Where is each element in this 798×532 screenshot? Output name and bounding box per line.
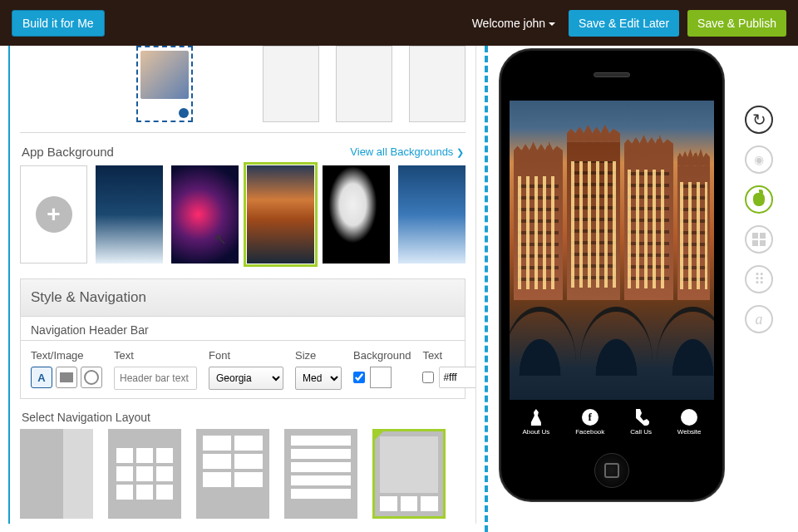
phone-icon xyxy=(633,409,649,426)
size-label: Size xyxy=(295,349,342,362)
blackberry-icon[interactable] xyxy=(745,265,773,293)
size-select[interactable]: Med xyxy=(295,367,342,390)
text-color-label: Text xyxy=(422,349,476,362)
font-select[interactable]: Georgia xyxy=(209,367,283,390)
facebook-icon xyxy=(582,409,598,426)
layout-matrix-2x2[interactable]: Matrix 2*2 xyxy=(196,429,269,524)
info-icon[interactable] xyxy=(179,108,189,118)
background-thumb[interactable] xyxy=(171,165,239,264)
phone-frame: About Us Facebook Call Us Website xyxy=(501,51,722,500)
background-thumb[interactable] xyxy=(323,165,390,264)
text-image-label: Text/Image xyxy=(31,349,102,362)
background-thumbnails: + xyxy=(20,165,466,278)
background-checkbox[interactable] xyxy=(353,372,365,383)
phone-home-button[interactable] xyxy=(594,453,629,488)
layout-list[interactable]: List xyxy=(108,429,181,524)
tab-facebook[interactable]: Facebook xyxy=(575,409,604,436)
text-color-input[interactable] xyxy=(439,367,476,388)
caret-down-icon xyxy=(549,22,555,26)
layout-bottom[interactable]: Bottom xyxy=(20,429,93,524)
plus-icon: + xyxy=(36,196,72,233)
text-toggle-button[interactable]: A xyxy=(31,367,52,388)
carousel-slot-empty[interactable] xyxy=(263,46,319,122)
top-bar: Build it for Me Welcome john Save & Edit… xyxy=(0,0,798,46)
android-icon[interactable] xyxy=(745,145,773,174)
build-it-button[interactable]: Build it for Me xyxy=(12,10,105,37)
tab-call-us[interactable]: Call Us xyxy=(630,409,652,436)
person-icon xyxy=(528,409,544,426)
background-thumb[interactable] xyxy=(96,165,163,264)
layout-slide-out-menu[interactable]: Slide Out Menu xyxy=(372,429,446,524)
carousel-slot-empty[interactable] xyxy=(336,46,392,122)
tab-about-us[interactable]: About Us xyxy=(522,409,549,436)
apple-icon[interactable] xyxy=(745,185,773,214)
style-navigation-heading: Style & Navigation xyxy=(20,278,466,317)
save-publish-button[interactable]: Save & Publish xyxy=(687,10,786,37)
carousel-slot-empty[interactable] xyxy=(409,46,466,122)
carousel-upload-row xyxy=(20,46,466,133)
tab-website[interactable]: Website xyxy=(677,409,702,436)
chevron-right-icon: ❯ xyxy=(456,147,464,157)
save-edit-later-button[interactable]: Save & Edit Later xyxy=(569,10,679,37)
navigation-header-controls: Text/Image A Text Font Georgia Size xyxy=(20,341,466,399)
background-thumb[interactable] xyxy=(398,165,466,264)
navigation-layouts: Bottom List Matrix 2*2 Matrix 3*3 Slide … xyxy=(20,429,466,524)
carousel-slot-upload[interactable] xyxy=(136,46,193,122)
none-toggle-button[interactable] xyxy=(81,367,102,388)
add-background-button[interactable]: + xyxy=(20,165,87,264)
preview-tabbar: About Us Facebook Call Us Website xyxy=(510,400,714,445)
text-label: Text xyxy=(114,349,197,362)
view-all-backgrounds-link[interactable]: View all Backgrounds ❯ xyxy=(350,145,464,158)
background-label: Background xyxy=(353,349,411,362)
amazon-icon[interactable] xyxy=(745,305,773,333)
welcome-user-dropdown[interactable]: Welcome john xyxy=(467,17,560,30)
layout-matrix-3x3[interactable]: Matrix 3*3 xyxy=(284,429,357,524)
header-text-input[interactable] xyxy=(114,367,197,390)
text-color-checkbox[interactable] xyxy=(422,372,434,383)
background-thumb-selected[interactable] xyxy=(247,165,314,264)
preview-column: About Us Facebook Call Us Website xyxy=(485,46,736,532)
navigation-header-bar-label: Navigation Header Bar xyxy=(20,317,466,341)
phone-speaker xyxy=(594,72,630,77)
welcome-label: Welcome john xyxy=(472,17,545,30)
windows-icon[interactable] xyxy=(745,225,773,254)
refresh-icon[interactable] xyxy=(745,106,773,134)
globe-icon xyxy=(681,409,697,426)
select-navigation-layout-title: Select Navigation Layout xyxy=(20,399,466,429)
background-color-swatch[interactable] xyxy=(370,367,392,388)
platform-switcher xyxy=(736,46,782,532)
font-label: Font xyxy=(209,349,283,362)
phone-screen: About Us Facebook Call Us Website xyxy=(510,101,714,445)
app-background-title: App Background xyxy=(22,145,114,159)
image-toggle-button[interactable] xyxy=(56,367,77,388)
